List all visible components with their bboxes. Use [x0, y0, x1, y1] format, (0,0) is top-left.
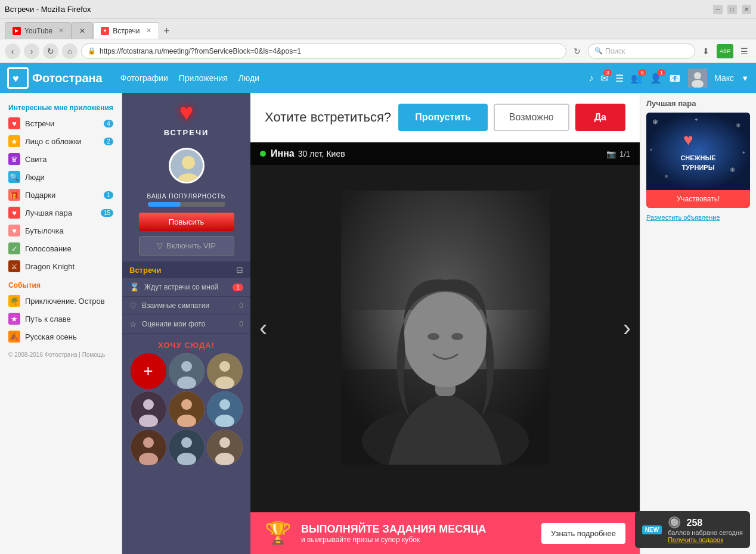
- svg-text:✦: ✦: [742, 150, 746, 155]
- profile-avatar-middle[interactable]: [169, 148, 205, 183]
- tab-ext[interactable]: ✕: [72, 22, 93, 39]
- list-icon[interactable]: ☰: [615, 73, 624, 84]
- sidebar-item-glory[interactable]: ★ Путь к славе: [0, 310, 122, 328]
- want-here-person-6[interactable]: [131, 429, 166, 465]
- glory-icon: ★: [8, 313, 20, 325]
- learn-more-button[interactable]: Узнать подробнее: [541, 523, 625, 544]
- tab-meetings[interactable]: ♥ Встречи ✕: [93, 22, 159, 39]
- best-pair-banner: ❄ ❄ ❄ ❄ ✦ ✦ ✦ ♥ СНЕЖНЫЕ ТУРНИРЫ: [646, 113, 750, 208]
- sidebar-item-bottle[interactable]: ♥ Бутылочка: [0, 222, 122, 239]
- add-photo-button[interactable]: +: [131, 353, 166, 389]
- abp-icon[interactable]: ABP: [717, 44, 733, 58]
- header-right: ♪ ✉ 3 ☰ 👥 6 👤 1 📧: [588, 69, 749, 88]
- sidebar-item-svita[interactable]: ♛ Свита: [0, 150, 122, 168]
- boost-button[interactable]: Повысить: [139, 213, 234, 231]
- want-here-person-8[interactable]: [207, 429, 243, 465]
- tab-youtube[interactable]: ▶ YouTube ✕: [5, 22, 72, 39]
- people-icon: 🔍: [8, 171, 20, 183]
- menu-icon[interactable]: ☰: [737, 44, 751, 58]
- search-bar[interactable]: 🔍 Поиск: [588, 43, 695, 59]
- yes-button[interactable]: Да: [575, 104, 625, 131]
- next-photo-arrow[interactable]: ›: [623, 314, 631, 341]
- tab-meetings-close[interactable]: ✕: [146, 27, 151, 35]
- mail-icon[interactable]: 📧: [669, 73, 681, 84]
- download-icon[interactable]: ⬇: [699, 44, 713, 58]
- sidebar-item-bestpair[interactable]: ♥ Лучшая пара 15: [0, 204, 122, 222]
- sidebar-item-cover[interactable]: ★ Лицо с обложки 2: [0, 132, 122, 150]
- browser-frame: Встречи - Mozilla Firefox ─ □ ✕ ▶ YouTub…: [0, 0, 756, 554]
- want-here-person-2[interactable]: [207, 353, 243, 389]
- people-label: Люди: [25, 173, 113, 182]
- stat-waiting[interactable]: ⌛ Ждут встречи со мной 1: [122, 278, 250, 297]
- another-icon[interactable]: 👤 1: [650, 73, 662, 84]
- vip-icon: ▽: [157, 241, 163, 250]
- place-ad-link[interactable]: Разместить объявление: [646, 214, 750, 221]
- nav-apps[interactable]: Приложения: [179, 73, 228, 83]
- maybe-button[interactable]: Возможно: [494, 104, 569, 131]
- gift-link[interactable]: Получить подарок: [668, 536, 743, 543]
- sidebar-footer: © 2008-2016 Фотострана | Помощь: [0, 346, 122, 364]
- sidebar-item-gifts[interactable]: 🎁 Подарки 1: [0, 186, 122, 204]
- user-dropdown-icon[interactable]: ▼: [741, 74, 749, 83]
- reload-icon[interactable]: ↻: [570, 44, 584, 58]
- stat-rated[interactable]: ☆ Оценили мои фото 0: [122, 315, 250, 334]
- want-here-person-7[interactable]: [169, 429, 205, 465]
- vote-icon: ✓: [8, 242, 20, 254]
- vip-button[interactable]: ▽ Включить VIP: [139, 236, 234, 256]
- right-sidebar: Лучшая пара: [640, 93, 756, 554]
- adventure-label: Приключение. Остров: [25, 297, 113, 306]
- adventure-icon: 🌴: [8, 295, 20, 307]
- banner-text: ВЫПОЛНЯЙТЕ ЗАДАНИЯ МЕСЯЦА и выигрывайте …: [301, 523, 486, 544]
- sidebar-item-dragonknight[interactable]: ⚔ Dragon Knight: [0, 257, 122, 275]
- window-controls: ─ □ ✕: [713, 5, 751, 14]
- want-here-person-1[interactable]: [169, 353, 205, 389]
- friends-icon[interactable]: 👥 6: [631, 73, 643, 84]
- refresh-button[interactable]: ↻: [43, 43, 58, 59]
- want-here-person-5[interactable]: [207, 391, 243, 427]
- nav-people[interactable]: Люди: [238, 73, 259, 83]
- sidebar-item-adventure[interactable]: 🌴 Приключение. Остров: [0, 292, 122, 310]
- svita-label: Свита: [25, 155, 113, 164]
- minimize-button[interactable]: ─: [713, 5, 723, 14]
- filter-icon[interactable]: ⊟: [236, 265, 243, 275]
- site-logo[interactable]: ♥ Фотострана: [7, 67, 103, 89]
- sidebar-item-vote[interactable]: ✓ Голосование: [0, 239, 122, 257]
- nav-photos[interactable]: Фотографии: [120, 73, 168, 83]
- svg-text:✦: ✦: [694, 117, 699, 123]
- skip-button[interactable]: Пропустить: [398, 104, 487, 131]
- sidebar-item-autumn[interactable]: 🍂 Русская осень: [0, 328, 122, 346]
- want-here-person-4[interactable]: [169, 391, 205, 427]
- user-avatar[interactable]: [688, 69, 707, 88]
- close-button[interactable]: ✕: [742, 5, 751, 14]
- user-name[interactable]: Макс: [714, 73, 734, 83]
- site-nav: Фотографии Приложения Люди: [120, 73, 259, 83]
- home-button[interactable]: ⌂: [62, 43, 78, 59]
- sidebar-item-meetings[interactable]: ♥ Встречи 4: [0, 114, 122, 132]
- meetings-label: Встречи: [25, 119, 99, 128]
- tab-youtube-close[interactable]: ✕: [58, 27, 64, 35]
- forward-button[interactable]: ›: [24, 43, 39, 59]
- another-badge: 1: [657, 69, 665, 76]
- svg-text:❄: ❄: [736, 122, 740, 129]
- maximize-button[interactable]: □: [727, 5, 737, 14]
- messages-icon[interactable]: ✉ 3: [600, 73, 608, 84]
- cover-icon: ★: [8, 135, 20, 147]
- mutual-text: Взаимные симпатии: [142, 301, 234, 310]
- meeting-section: Встречи ⊟ ⌛ Ждут встречи со мной 1 ♡ Вза…: [122, 262, 250, 334]
- stat-mutual[interactable]: ♡ Взаимные симпатии 0: [122, 297, 250, 315]
- new-tab-button[interactable]: +: [159, 23, 175, 39]
- prev-photo-arrow[interactable]: ‹: [259, 314, 267, 341]
- sidebar-item-people[interactable]: 🔍 Люди: [0, 168, 122, 186]
- tabs-bar: ▶ YouTube ✕ ✕ ♥ Встречи ✕ +: [0, 19, 756, 39]
- participate-button[interactable]: Участвовать!: [646, 190, 750, 208]
- want-here-person-3[interactable]: [131, 391, 166, 427]
- music-icon[interactable]: ♪: [588, 73, 593, 83]
- back-button[interactable]: ‹: [5, 43, 20, 59]
- photo-count: 1/1: [619, 150, 630, 158]
- svg-point-39: [451, 333, 463, 340]
- friends-badge: 6: [638, 69, 646, 76]
- tournament-banner-image[interactable]: ❄ ❄ ❄ ❄ ✦ ✦ ✦ ♥ СНЕЖНЫЕ ТУРНИРЫ: [646, 113, 750, 190]
- profile-name[interactable]: Инна: [271, 148, 295, 159]
- notification-panel: NEW 🔘 258 баллов набрано сегодня Получит…: [635, 511, 750, 548]
- address-bar[interactable]: 🔒 https://fotostrana.ru/meeting/?fromSer…: [81, 43, 566, 59]
